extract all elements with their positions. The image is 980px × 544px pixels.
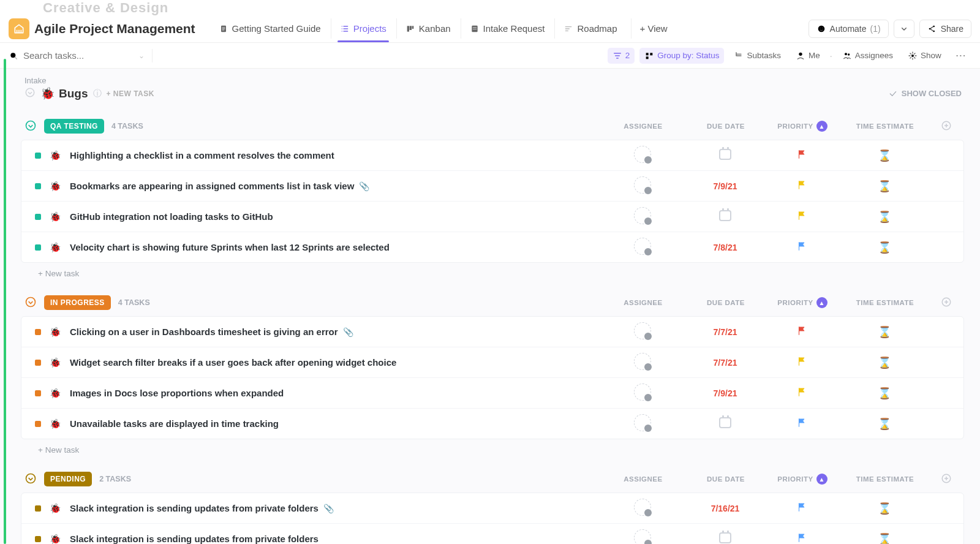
automate-button[interactable]: Automate (1) — [809, 20, 889, 38]
time-estimate-cell[interactable]: ⌛ — [839, 502, 930, 515]
task-title[interactable]: 🐞Widget search filter breaks if a user g… — [50, 357, 600, 368]
priority-cell[interactable] — [765, 179, 839, 193]
attachment-icon[interactable]: 📎 — [323, 504, 334, 513]
add-column-button[interactable] — [931, 120, 962, 132]
assignee-cell[interactable] — [600, 383, 685, 402]
tab-intake-request[interactable]: Intake Request — [461, 18, 554, 39]
task-title[interactable]: 🐞Slack integration is sending updates fr… — [50, 534, 600, 545]
tab-roadmap[interactable]: Roadmap — [554, 18, 625, 39]
time-estimate-cell[interactable]: ⌛ — [839, 210, 930, 224]
assignee-cell[interactable] — [600, 238, 685, 257]
new-task-button[interactable]: + New task — [11, 263, 974, 279]
time-estimate-cell[interactable]: ⌛ — [839, 325, 930, 339]
priority-flag-icon[interactable] — [796, 210, 807, 224]
status-pill[interactable]: QA TESTING — [44, 119, 104, 134]
assignees-button[interactable]: Assignees — [837, 48, 898, 64]
list-title[interactable]: 🐞 Bugs — [40, 86, 88, 100]
task-row[interactable]: 🐞Widget search filter breaks if a user g… — [21, 347, 963, 377]
new-task-button[interactable]: + New task — [11, 439, 974, 456]
status-square-icon[interactable] — [35, 214, 41, 220]
breadcrumb[interactable]: Creative & Design — [0, 0, 980, 18]
time-estimate-cell[interactable]: ⌛ — [839, 417, 930, 431]
show-button[interactable]: Show — [903, 48, 946, 64]
task-row[interactable]: 🐞Slack integration is sending updates fr… — [21, 523, 963, 544]
due-date-cell[interactable] — [685, 149, 765, 162]
subtasks-button[interactable]: Subtasks — [729, 48, 786, 64]
priority-cell[interactable] — [765, 502, 839, 515]
status-square-icon[interactable] — [35, 244, 41, 251]
automate-caret[interactable] — [894, 20, 914, 38]
col-assignee[interactable]: ASSIGNEE — [600, 299, 686, 306]
due-date-cell[interactable] — [685, 532, 765, 544]
task-title[interactable]: 🐞Images in Docs lose proportions when ex… — [50, 388, 600, 399]
col-priority[interactable]: PRIORITY ▲ — [766, 297, 839, 308]
priority-flag-icon[interactable] — [796, 387, 807, 400]
tab-projects[interactable]: Projects — [331, 18, 395, 39]
tab-getting-started-guide[interactable]: Getting Started Guide — [210, 18, 330, 39]
info-icon[interactable]: ⓘ — [93, 88, 102, 99]
col-due[interactable]: DUE DATE — [686, 299, 766, 306]
search-caret-icon[interactable]: ⌄ — [138, 51, 145, 60]
col-priority[interactable]: PRIORITY ▲ — [766, 121, 839, 132]
status-pill[interactable]: PENDING — [44, 472, 92, 486]
task-row[interactable]: 🐞Images in Docs lose proportions when ex… — [21, 377, 963, 408]
task-row[interactable]: 🐞Bookmarks are appearing in assigned com… — [21, 170, 963, 201]
add-view-button[interactable]: + View — [631, 18, 676, 39]
task-row[interactable]: 🐞Slack integration is sending updates fr… — [21, 493, 963, 523]
assignee-cell[interactable] — [600, 353, 685, 372]
task-title[interactable]: 🐞Slack integration is sending updates fr… — [50, 503, 600, 514]
time-estimate-cell[interactable]: ⌛ — [839, 356, 930, 369]
priority-cell[interactable] — [765, 149, 839, 162]
col-due[interactable]: DUE DATE — [686, 123, 766, 130]
search-input[interactable] — [23, 50, 121, 61]
priority-cell[interactable] — [765, 325, 839, 339]
task-title[interactable]: 🐞Unavailable tasks are displayed in time… — [50, 418, 600, 429]
new-task-header-button[interactable]: + NEW TASK — [107, 89, 154, 98]
collapse-list-icon[interactable] — [24, 87, 36, 100]
due-date-cell[interactable]: 7/9/21 — [685, 388, 765, 398]
assignee-cell[interactable] — [600, 414, 685, 433]
status-square-icon[interactable] — [35, 329, 41, 335]
priority-flag-icon[interactable] — [796, 356, 807, 369]
collapse-group-icon[interactable] — [24, 296, 37, 310]
status-square-icon[interactable] — [35, 183, 41, 189]
task-row[interactable]: 🐞Highlighting a checklist in a comment r… — [21, 140, 963, 170]
more-button[interactable]: ··· — [951, 48, 971, 63]
priority-flag-icon[interactable] — [796, 417, 807, 431]
assignee-cell[interactable] — [600, 322, 685, 341]
priority-cell[interactable] — [765, 532, 839, 545]
status-square-icon[interactable] — [35, 536, 41, 542]
time-estimate-cell[interactable]: ⌛ — [839, 179, 930, 193]
priority-cell[interactable] — [765, 356, 839, 369]
search-box[interactable]: ⌄ — [9, 50, 145, 61]
groupby-chip[interactable]: Group by: Status — [639, 48, 724, 64]
assignee-cell[interactable] — [600, 529, 685, 544]
priority-flag-icon[interactable] — [796, 179, 807, 193]
time-estimate-cell[interactable]: ⌛ — [839, 387, 930, 400]
col-assignee[interactable]: ASSIGNEE — [600, 475, 686, 483]
assignee-cell[interactable] — [600, 499, 685, 518]
filter-chip[interactable]: 2 — [608, 48, 635, 64]
status-square-icon[interactable] — [35, 390, 41, 396]
priority-flag-icon[interactable] — [796, 502, 807, 515]
assignee-cell[interactable] — [600, 176, 685, 195]
attachment-icon[interactable]: 📎 — [343, 327, 353, 337]
priority-cell[interactable] — [765, 387, 839, 400]
task-title[interactable]: 🐞Velocity chart is showing future Sprint… — [50, 242, 600, 253]
time-estimate-cell[interactable]: ⌛ — [839, 241, 930, 254]
priority-cell[interactable] — [765, 210, 839, 224]
task-row[interactable]: 🐞Unavailable tasks are displayed in time… — [21, 408, 963, 439]
col-time[interactable]: TIME ESTIMATE — [839, 123, 931, 130]
task-title[interactable]: 🐞Highlighting a checklist in a comment r… — [50, 150, 600, 161]
due-date-cell[interactable]: 7/16/21 — [685, 504, 765, 513]
due-date-cell[interactable] — [685, 417, 765, 430]
collapse-group-icon[interactable] — [24, 472, 37, 486]
show-closed-button[interactable]: SHOW CLOSED — [888, 89, 962, 99]
attachment-icon[interactable]: 📎 — [359, 181, 369, 191]
col-due[interactable]: DUE DATE — [686, 475, 766, 483]
priority-cell[interactable] — [765, 241, 839, 254]
add-column-button[interactable] — [931, 473, 962, 485]
priority-cell[interactable] — [765, 417, 839, 431]
task-title[interactable]: 🐞Clicking on a user in Dashboards timesh… — [50, 327, 600, 338]
priority-flag-icon[interactable] — [796, 325, 807, 339]
